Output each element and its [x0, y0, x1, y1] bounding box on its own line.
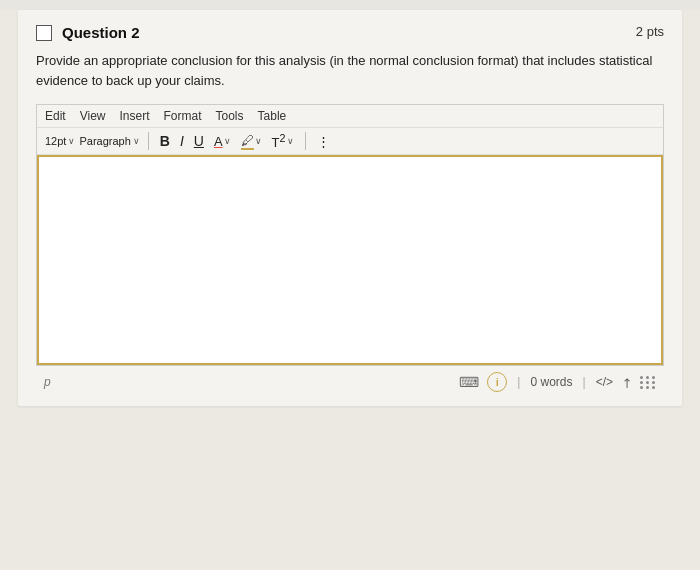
- writing-area[interactable]: [37, 155, 663, 365]
- bold-button[interactable]: B: [157, 132, 173, 150]
- dot: [640, 376, 643, 379]
- word-count: 0 words: [530, 375, 572, 389]
- card-header: Question 2 2 pts: [36, 24, 664, 41]
- paragraph-label: Paragraph: [79, 135, 130, 147]
- info-icon-circle[interactable]: i: [487, 372, 507, 392]
- font-color-button[interactable]: A ∨: [211, 133, 234, 150]
- editor-container: Edit View Insert Format Tools Table 12pt…: [36, 104, 664, 366]
- separator-1: |: [517, 375, 520, 389]
- superscript-label: T2: [272, 132, 286, 150]
- pts-label: 2 pts: [636, 24, 664, 39]
- page: Question 2 2 pts Provide an appropriate …: [0, 10, 700, 570]
- separator-2: |: [583, 375, 586, 389]
- toolbar: 12pt ∨ Paragraph ∨ B I U A ∨ 🖊 ∨: [37, 127, 663, 155]
- expand-icon[interactable]: ↗: [617, 373, 635, 391]
- highlight-button[interactable]: 🖊 ∨: [238, 132, 265, 151]
- paragraph-chevron: ∨: [133, 136, 140, 146]
- menu-edit[interactable]: Edit: [45, 109, 66, 123]
- question-title: Question 2: [36, 24, 140, 41]
- divider-2: [305, 132, 306, 150]
- code-label[interactable]: </>: [596, 375, 613, 389]
- dot: [640, 381, 643, 384]
- underline-button[interactable]: U: [191, 132, 207, 150]
- grid-icon[interactable]: [640, 376, 656, 389]
- checkbox-icon[interactable]: [36, 25, 52, 41]
- menu-format[interactable]: Format: [164, 109, 202, 123]
- font-size-chevron: ∨: [68, 136, 75, 146]
- dot: [652, 386, 655, 389]
- keyboard-icon[interactable]: ⌨: [459, 374, 479, 390]
- font-size-select[interactable]: 12pt ∨: [45, 135, 75, 147]
- font-color-chevron: ∨: [224, 136, 231, 146]
- highlight-chevron: ∨: [255, 136, 262, 146]
- paragraph-tag: p: [44, 375, 51, 389]
- menu-table[interactable]: Table: [258, 109, 287, 123]
- dot: [652, 376, 655, 379]
- superscript-button[interactable]: T2 ∨: [269, 131, 297, 151]
- menu-insert[interactable]: Insert: [119, 109, 149, 123]
- info-icon: i: [496, 376, 499, 388]
- more-options-button[interactable]: ⋮: [314, 133, 333, 150]
- dot: [652, 381, 655, 384]
- question-card: Question 2 2 pts Provide an appropriate …: [18, 10, 682, 406]
- dot: [646, 381, 649, 384]
- menu-view[interactable]: View: [80, 109, 106, 123]
- menu-bar: Edit View Insert Format Tools Table: [37, 105, 663, 127]
- status-right: ⌨ i | 0 words | </> ↗: [459, 372, 656, 392]
- italic-button[interactable]: I: [177, 132, 187, 150]
- font-size-label: 12pt: [45, 135, 66, 147]
- dot: [640, 386, 643, 389]
- highlight-icon: 🖊: [241, 133, 254, 150]
- paragraph-select[interactable]: Paragraph ∨: [79, 135, 139, 147]
- superscript-chevron: ∨: [287, 136, 294, 146]
- menu-tools[interactable]: Tools: [216, 109, 244, 123]
- dot: [646, 386, 649, 389]
- question-text: Provide an appropriate conclusion for th…: [36, 51, 664, 90]
- dot: [646, 376, 649, 379]
- status-bar: p ⌨ i | 0 words | </> ↗: [36, 368, 664, 396]
- font-color-label: A: [214, 134, 223, 149]
- divider-1: [148, 132, 149, 150]
- question-label: Question 2: [62, 24, 140, 41]
